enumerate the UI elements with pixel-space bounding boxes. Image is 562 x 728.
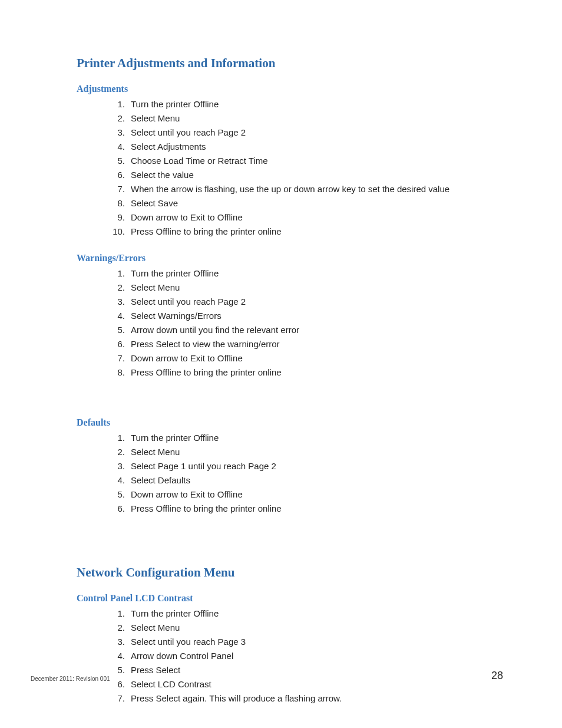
footer-page-number: 28 (491, 670, 503, 682)
instruction-item: Choose Load Time or Retract Time (121, 154, 503, 168)
instruction-item: Arrow down until you find the relevant e… (121, 323, 503, 337)
instruction-item: Select until you reach Page 2 (121, 295, 503, 309)
instruction-item: Press Offline to bring the printer onlin… (121, 365, 503, 380)
document-page: Printer Adjustments and InformationAdjus… (0, 0, 562, 728)
instruction-item: Turn the printer Offline (121, 266, 503, 281)
instruction-item: Turn the printer Offline (121, 431, 503, 445)
instruction-item: Select Menu (121, 111, 503, 126)
instruction-item: Press Offline to bring the printer onlin… (121, 225, 503, 239)
section-gap (77, 530, 503, 565)
instruction-item: Select until you reach Page 3 (121, 635, 503, 649)
instruction-item: Select Save (121, 196, 503, 210)
instruction-item: Press Select again. This will produce a … (121, 691, 503, 706)
instruction-item: When the arrow is flashing, use the up o… (121, 182, 503, 196)
instruction-item: Select Menu (121, 445, 503, 459)
instruction-item: Select Warnings/Errors (121, 309, 503, 323)
instruction-item: Down arrow to Exit to Offline (121, 487, 503, 502)
instruction-item: Select Page 1 until you reach Page 2 (121, 459, 503, 473)
instruction-list: Turn the printer OfflineSelect MenuSelec… (77, 431, 503, 516)
instruction-item: Down arrow to Exit to Offline (121, 210, 503, 225)
instruction-item: Select Menu (121, 281, 503, 295)
instruction-item: Down arrow to Exit to Offline (121, 351, 503, 365)
instruction-list: Turn the printer OfflineSelect MenuSelec… (77, 266, 503, 380)
section-heading-2: Control Panel LCD Contrast (77, 593, 503, 604)
instruction-item: Turn the printer Offline (121, 607, 503, 621)
section-heading-1: Printer Adjustments and Information (77, 56, 503, 71)
section-gap (77, 394, 503, 417)
section-heading-1: Network Configuration Menu (77, 565, 503, 580)
instruction-item: Press Offline to bring the printer onlin… (121, 502, 503, 516)
instruction-item: Select until you reach Page 2 (121, 126, 503, 140)
page-footer: December 2011: Revision 001 28 (31, 670, 503, 682)
instruction-list: Turn the printer OfflineSelect MenuSelec… (77, 607, 503, 706)
section-heading-2: Warnings/Errors (77, 253, 503, 263)
instruction-item: Arrow down Control Panel (121, 649, 503, 663)
instruction-item: Select Adjustments (121, 140, 503, 154)
instruction-list: Turn the printer OfflineSelect MenuSelec… (77, 97, 503, 239)
document-content: Printer Adjustments and InformationAdjus… (77, 56, 503, 706)
footer-revision: December 2011: Revision 001 (31, 676, 110, 682)
section-heading-2: Defaults (77, 417, 503, 428)
instruction-item: Select Defaults (121, 473, 503, 487)
instruction-item: Turn the printer Offline (121, 97, 503, 111)
instruction-item: Select the value (121, 168, 503, 182)
instruction-item: Press Select to view the warning/error (121, 337, 503, 351)
instruction-item: Select Menu (121, 621, 503, 635)
section-heading-2: Adjustments (77, 84, 503, 94)
